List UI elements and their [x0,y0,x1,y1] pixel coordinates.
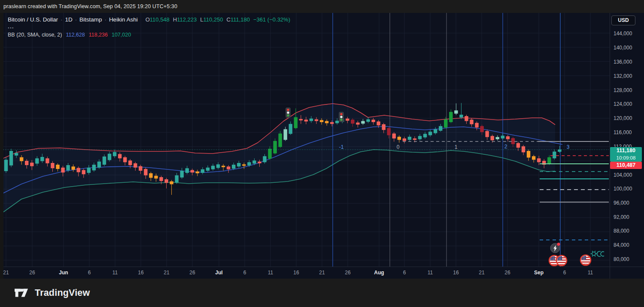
last-price-value: 111,180 [610,147,642,154]
price-axis-label: 84,000 [614,242,642,249]
time-axis-label: 21 [479,270,484,276]
candle-body [185,168,189,173]
price-axis-label: 88,000 [614,227,642,234]
candle-body [20,157,23,161]
cycle-count-label: 3 [567,144,570,150]
traffic-light-sticker[interactable] [286,107,291,118]
chart-region: -10123 Bitcoin / U.S. Dollar·1D·Bitstamp… [0,13,644,279]
candle-body [175,175,178,183]
candle-body [103,157,106,165]
currency-button[interactable]: USD [611,15,635,25]
attribution-bar: praslearn created with TradingView.com, … [0,0,644,13]
time-axis[interactable]: 2126Jun611162126Jul611162126Aug611162126… [3,267,610,279]
chart-plot[interactable]: -10123 [3,13,610,267]
cycle-count-label: -1 [339,144,344,150]
currency-label: USD [618,17,629,23]
candle-body [97,162,101,168]
candle-body [398,137,401,140]
time-axis-label: Sep [534,270,544,276]
candle-body [51,163,54,168]
candle-body [77,168,80,172]
candle-body [325,121,328,123]
candle-body [454,111,458,114]
secondary-price-label: 110,487 [610,162,642,169]
price-axis-label: 80,000 [614,256,642,263]
candle-body [278,133,282,147]
candle-body [128,160,132,165]
candle-body [465,116,468,121]
price-axis-label: 144,000 [614,30,642,37]
time-axis-separator [3,267,644,267]
candle-body [304,120,308,121]
price-axis-label: 104,000 [614,172,642,178]
candle-body [351,120,354,123]
candle-body [35,158,39,163]
tradingview-logo[interactable]: TradingView [15,286,90,300]
time-axis-label: 6 [88,270,91,276]
candle-body [66,165,70,170]
candle-body [87,168,91,173]
price-axis-label: 92,000 [614,214,642,221]
us-flag-sticker[interactable] [556,255,567,266]
candle-body [139,166,142,171]
candle-body [439,126,442,131]
candle-body [480,126,483,132]
candle-body [196,172,199,173]
candle-body [232,165,235,169]
candle-body [258,162,261,163]
candle-body [284,129,287,140]
time-axis-label: 16 [138,270,143,276]
candle-body [216,164,220,168]
candle-body [428,132,432,135]
candle-body [527,151,530,158]
candle-body [222,166,225,167]
candle-body [506,136,510,139]
time-axis-label: 21 [319,270,325,276]
candle-body [522,146,525,152]
time-axis-label: 16 [293,270,299,276]
candle-body [154,176,158,179]
candle-body [408,137,411,140]
candle-body [392,133,396,138]
price-axis-separator [610,13,610,279]
candle-body [382,124,385,130]
candle-body [532,156,535,160]
time-axis-label: 21 [164,270,169,276]
candle-body [361,121,365,124]
candle-body [263,156,266,162]
candle-body [227,166,230,169]
candle-body [475,123,478,128]
candle-body [82,170,85,174]
time-axis-label: 6 [563,270,566,276]
price-axis-label: 116,000 [614,129,642,136]
cycle-count-label: 1 [455,144,458,150]
candle-body [485,131,489,137]
traffic-light-sticker[interactable] [339,112,344,122]
us-flag-sticker[interactable] [580,255,591,265]
candle-body [444,119,447,127]
time-axis-label: 26 [504,270,510,276]
candle-body [423,134,427,137]
candle-body [191,170,194,172]
candle-body [237,163,240,166]
price-axis[interactable]: USD 111,180 10:09:08 110,487 144,000140,… [610,13,644,267]
candle-body [118,154,122,158]
candle-body [180,171,184,178]
tradingview-logo-text: TradingView [35,288,90,298]
candle-body [4,160,8,171]
time-axis-label: 6 [403,270,406,276]
candle-body [335,121,339,123]
cycle-count-label: 2 [504,144,507,150]
candle-body [537,158,541,162]
bar-countdown: 10:09:08 [610,154,642,161]
candle-body [553,152,556,159]
lightning-badge-icon[interactable] [550,243,560,253]
candle-body [501,135,504,138]
candle-body [268,149,271,159]
gear-glyph-icon[interactable] [591,251,605,257]
candle-body [159,177,163,181]
price-axis-label: 124,000 [614,101,642,107]
candle-body [134,163,137,168]
time-axis-label: 26 [29,270,35,276]
time-axis-label: 11 [268,270,273,276]
